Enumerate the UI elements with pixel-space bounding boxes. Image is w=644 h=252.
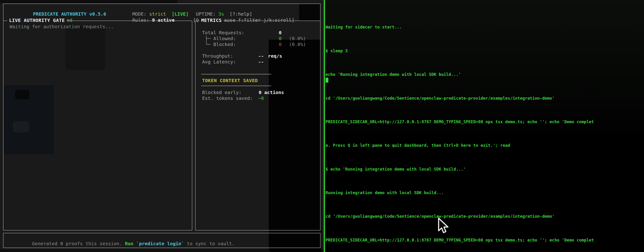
terminal-output: Waiting for sidecar to start... $ sleep …	[326, 1, 594, 252]
terminal-line: Waiting for sidecar to start...	[326, 24, 594, 30]
separator-line	[201, 74, 271, 74]
metrics-panel-title: METRICS	[199, 17, 224, 23]
allowed-percent: (0.0%)	[289, 36, 306, 41]
latency-label: Avg Latency:	[202, 59, 236, 65]
metrics-panel: METRICS Total Requests: 0 ├─ Allowed: 0 …	[195, 20, 320, 231]
allowed-value: 0	[279, 36, 282, 41]
allowed-label: ├─ Allowed:	[205, 36, 236, 41]
terminal-line: e. Press Q in left pane to quit dashboar…	[326, 143, 594, 148]
latency-value: --	[258, 59, 264, 65]
gate-panel-title: LIVE AUTHORITY GATE	[7, 17, 66, 23]
terminal-line: cd '/Users/guoliangwang/Code/Sentience/o…	[326, 95, 594, 101]
status-text-suffix: to sync to vault.	[187, 241, 235, 247]
throughput-value: --	[258, 53, 264, 59]
total-requests-value: 0	[279, 30, 282, 35]
status-bar: Generated 0 proofs this session. Run `pr…	[3, 233, 320, 248]
status-text-prefix: Generated 0 proofs this session.	[32, 241, 125, 247]
blocked-percent: (0.0%)	[289, 41, 306, 47]
blocked-value: 0	[279, 41, 282, 47]
blocked-early-value: 0 actions	[259, 90, 284, 95]
status-run-word: Run	[125, 241, 134, 247]
terminal-cursor	[326, 78, 328, 83]
terminal-line: cd '/Users/guoliangwang/Code/Sentience/o…	[326, 214, 594, 219]
terminal-line: PREDICATE_SIDECAR_URL=http://127.0.0.1:8…	[326, 237, 594, 243]
compression-artifact	[0, 0, 178, 3]
token-context-saved-title: TOKEN CONTEXT SAVED	[202, 78, 258, 83]
total-requests-label: Total Requests:	[202, 30, 244, 35]
terminal-line: echo 'Running integration demo with loca…	[326, 72, 594, 77]
separator-line	[201, 86, 271, 86]
screen: PREDICATE AUTHORITY v0.5.6 MODE: strict …	[0, 0, 644, 252]
live-authority-gate-panel: LIVE AUTHORITY GATE Waiting for authoriz…	[3, 20, 192, 231]
throughput-label: Throughput:	[202, 53, 233, 59]
tokens-saved-value: ~0	[258, 95, 264, 101]
blocked-early-label: Blocked early:	[202, 90, 242, 95]
terminal-pane[interactable]: Waiting for sidecar to start... $ sleep …	[325, 0, 644, 252]
throughput-unit: req/s	[268, 53, 282, 59]
tokens-saved-label: Est. tokens saved:	[202, 95, 253, 101]
terminal-line: Running integration demo with local SDK …	[326, 190, 594, 196]
blocked-label: └─ Blocked:	[205, 41, 236, 47]
mouse-cursor-icon	[437, 217, 449, 235]
gate-empty-message: Waiting for authorization requests...	[10, 24, 114, 29]
terminal-line: PREDICATE_SIDECAR_URL=http://127.0.0.1:8…	[326, 119, 594, 125]
terminal-line: $ sleep 3	[326, 48, 594, 54]
status-command: `predicate login`	[134, 241, 187, 247]
predicate-authority-dashboard-pane[interactable]: PREDICATE AUTHORITY v0.5.6 MODE: strict …	[0, 0, 324, 252]
pane-divider[interactable]	[324, 0, 325, 252]
terminal-line: $ echo 'Running integration demo with lo…	[326, 166, 594, 172]
